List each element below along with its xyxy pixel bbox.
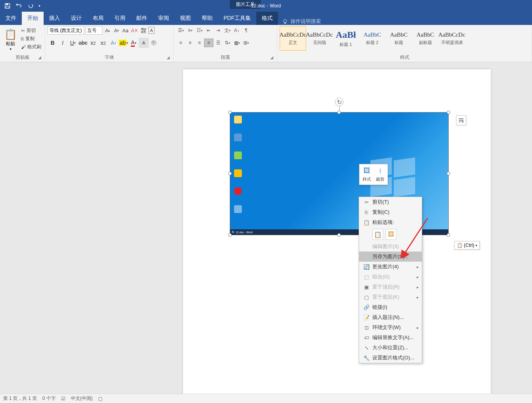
cm-cut[interactable]: ✂剪切(T) xyxy=(359,197,422,207)
tab-references[interactable]: 引用 xyxy=(109,12,131,25)
italic-button[interactable]: I xyxy=(58,38,68,48)
tab-format[interactable]: 格式 xyxy=(256,12,278,25)
redo-button[interactable] xyxy=(25,0,37,11)
tab-mailings[interactable]: 邮件 xyxy=(131,12,153,25)
style-item-6[interactable]: AaBbCcDc不明显强调 xyxy=(439,26,465,51)
show-hide-button[interactable]: ¶ xyxy=(241,26,251,35)
resize-handle-bl[interactable] xyxy=(228,233,232,237)
strikethrough-button[interactable]: abc xyxy=(78,38,88,48)
tab-pdf-tools[interactable]: PDF工具集 xyxy=(218,12,256,25)
asian-layout-button[interactable]: 文▾ xyxy=(223,26,232,35)
tab-review[interactable]: 审阅 xyxy=(153,12,174,25)
cm-copy[interactable]: ⎘复制(C) xyxy=(359,207,422,217)
resize-handle-bm[interactable] xyxy=(337,233,341,237)
numbering-button[interactable]: ≡▾ xyxy=(185,26,195,35)
resize-handle-tr[interactable] xyxy=(447,111,450,114)
status-page[interactable]: 第 1 页，共 1 页 xyxy=(3,395,37,402)
font-color-button[interactable]: A▾ xyxy=(129,38,139,48)
change-case-button[interactable]: Aa xyxy=(122,26,129,35)
multilevel-list-button[interactable]: ☷▾ xyxy=(195,26,204,35)
tab-view[interactable]: 视图 xyxy=(174,12,196,25)
shading-button[interactable]: ▦▾ xyxy=(232,39,241,47)
justify-button[interactable]: ≡ xyxy=(204,39,213,47)
decrease-indent-button[interactable]: ⇤ xyxy=(204,26,213,35)
status-macro-recording[interactable]: ▢ xyxy=(98,396,102,401)
line-spacing-button[interactable]: ⇅▾ xyxy=(223,39,232,47)
cm-size-position[interactable]: ⤡大小和位置(Z)... xyxy=(359,343,422,353)
phonetic-guide-button[interactable]: ㍿ xyxy=(139,26,147,35)
paste-options-ctrl-popup[interactable]: 📋 (Ctrl) ▾ xyxy=(454,241,480,250)
underline-button[interactable]: U▾ xyxy=(68,38,78,48)
cm-format-picture[interactable]: 🔧设置图片格式(O)... xyxy=(359,353,422,363)
quick-access-toolbar: ▾ xyxy=(0,0,44,11)
clear-formatting-button[interactable]: A✕ xyxy=(130,26,138,35)
cm-change-picture[interactable]: 🔄更改图片(4)▸ xyxy=(359,262,422,272)
shrink-font-button[interactable]: A▾ xyxy=(113,26,120,35)
undo-button[interactable] xyxy=(13,0,25,11)
style-item-3[interactable]: AaBbC标题 2 xyxy=(359,26,386,51)
status-proofing[interactable]: ☑ xyxy=(61,396,65,401)
font-name-selector[interactable] xyxy=(48,26,84,35)
mini-crop-button[interactable]: ⟊ 裁剪 xyxy=(376,167,384,182)
style-item-0[interactable]: AaBbCcDc正文 xyxy=(280,26,306,51)
rotate-handle[interactable]: ↻ xyxy=(335,98,344,106)
cm-insert-caption[interactable]: 📝插入题注(N)... xyxy=(359,312,422,322)
superscript-button[interactable]: x2 xyxy=(98,38,108,48)
enclose-chars-button[interactable]: ㊥ xyxy=(149,38,159,48)
sort-button[interactable]: A↓ xyxy=(232,26,241,35)
layout-options-button[interactable] xyxy=(456,115,466,125)
status-word-count[interactable]: 0 个字 xyxy=(42,395,56,402)
resize-handle-br[interactable] xyxy=(447,233,450,237)
grow-font-button[interactable]: A▴ xyxy=(104,26,111,35)
char-shading-button[interactable]: A xyxy=(139,38,149,48)
distributed-button[interactable]: ☰ xyxy=(213,39,223,47)
format-painter-button[interactable]: 🖌格式刷 xyxy=(20,43,42,51)
cm-edit-alt-text[interactable]: 🏷编辑替换文字(A)... xyxy=(359,333,422,343)
style-item-1[interactable]: AaBbCcDc无间隔 xyxy=(306,26,333,51)
tab-design[interactable]: 设计 xyxy=(65,12,87,25)
resize-handle-ml[interactable] xyxy=(228,172,232,175)
copy-button[interactable]: ⎘复制 xyxy=(20,35,42,42)
borders-button[interactable]: ⊞▾ xyxy=(241,39,251,47)
qat-customize[interactable]: ▾ xyxy=(37,0,42,11)
tab-file[interactable]: 文件 xyxy=(0,12,22,25)
font-size-selector[interactable] xyxy=(85,26,102,35)
tab-layout[interactable]: 布局 xyxy=(87,12,109,25)
char-border-button[interactable]: A xyxy=(148,27,155,34)
tab-help[interactable]: 帮助 xyxy=(196,12,218,25)
save-button[interactable] xyxy=(2,0,13,11)
highlight-button[interactable]: ab▾ xyxy=(118,38,129,48)
text-effects-button[interactable]: A▾ xyxy=(108,38,118,48)
paste-option-picture[interactable]: 🖼 xyxy=(386,229,396,240)
increase-indent-button[interactable]: ⇥ xyxy=(213,26,223,35)
tab-insert[interactable]: 插入 xyxy=(44,12,65,25)
resize-handle-mr[interactable] xyxy=(447,172,450,175)
cm-save-as-picture[interactable]: 另存为图片(S)... xyxy=(359,252,422,262)
paste-option-keep-source[interactable]: 📋 xyxy=(372,229,383,240)
subscript-button[interactable]: x2 xyxy=(88,38,98,48)
align-center-button[interactable]: ≡ xyxy=(185,39,195,47)
resize-handle-tl[interactable] xyxy=(228,111,232,114)
cm-link[interactable]: 🔗链接(I) xyxy=(359,302,422,312)
size-icon: ⤡ xyxy=(362,345,371,351)
bullets-button[interactable]: ☰▾ xyxy=(176,26,185,35)
cm-wrap-text[interactable]: ⊡环绕文字(W)▸ xyxy=(359,322,422,333)
tab-home[interactable]: 开始 xyxy=(22,12,44,25)
bold-button[interactable]: B xyxy=(48,38,58,48)
align-right-button[interactable]: ≡ xyxy=(195,39,204,47)
style-item-4[interactable]: AaBbC标题 xyxy=(386,26,412,51)
cut-button[interactable]: ✂剪切 xyxy=(20,27,42,34)
font-launcher[interactable]: ◢ xyxy=(167,55,172,61)
resize-handle-tm[interactable] xyxy=(337,111,341,114)
clipboard-launcher[interactable]: ◢ xyxy=(38,55,44,61)
document-page[interactable]: ⊞ 12.doc - Word ↻ 🖼 样式 xyxy=(183,69,491,394)
status-language[interactable]: 中文(中国) xyxy=(71,395,93,402)
paste-button[interactable]: 📋 粘贴 ▾ xyxy=(2,26,19,53)
mini-style-button[interactable]: 🖼 样式 xyxy=(363,167,371,182)
paragraph-launcher[interactable]: ◢ xyxy=(270,55,276,61)
bring-front-icon: ▣ xyxy=(362,284,371,290)
style-item-2[interactable]: AaBł标题 1 xyxy=(333,26,359,51)
align-left-button[interactable]: ≡ xyxy=(176,39,185,47)
style-item-5[interactable]: AaBbC副标题 xyxy=(412,26,439,51)
tell-me-search[interactable]: 操作说明搜索 xyxy=(278,18,325,25)
